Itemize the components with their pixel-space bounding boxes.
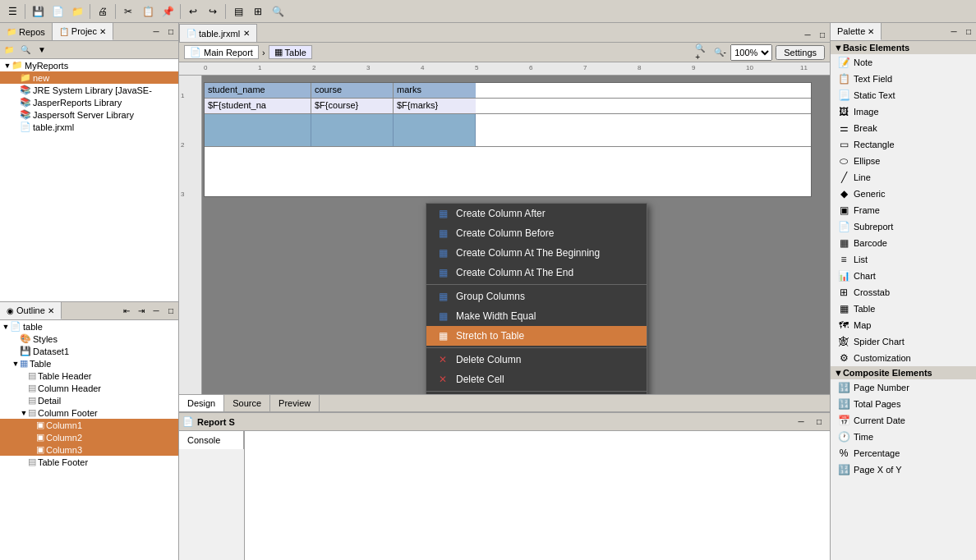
save-btn[interactable]: 💾: [29, 2, 47, 21]
myreports-item[interactable]: ▼ 📁 MyReports: [0, 59, 178, 71]
palette-composite-header[interactable]: ▼ Composite Elements: [831, 366, 976, 379]
jrxml-item[interactable]: 📄 table.jrxml: [0, 121, 178, 133]
palette-generic[interactable]: ◆ Generic: [831, 186, 976, 202]
outline-column-footer[interactable]: ▼ ▤ Column Footer: [0, 406, 178, 419]
palette-page-x-of-y[interactable]: 🔢 Page X of Y: [831, 461, 976, 478]
canvas-header-col1[interactable]: student_name: [205, 83, 311, 98]
paste-btn[interactable]: 📌: [159, 2, 177, 21]
tab-preview[interactable]: Preview: [270, 395, 320, 411]
canvas-detail-col2[interactable]: $F{course}: [311, 99, 394, 113]
palette-map[interactable]: 🗺 Map: [831, 317, 976, 333]
outline-tab[interactable]: ◉ Outline ✕: [0, 302, 62, 319]
palette-frame[interactable]: ▣ Frame: [831, 202, 976, 218]
new-folder-btn[interactable]: 📁: [2, 43, 16, 57]
palette-subreport[interactable]: 📄 Subreport: [831, 218, 976, 235]
minimize-report-btn[interactable]: ─: [794, 415, 808, 429]
maximize-editor-btn[interactable]: □: [815, 27, 830, 42]
breadcrumb-main-report[interactable]: 📄 Main Report: [184, 45, 259, 59]
redo-btn[interactable]: ↪: [204, 2, 222, 21]
outline-table-header[interactable]: ▤ Table Header: [0, 370, 178, 382]
ctx-create-before[interactable]: ▦ Create Column Before: [426, 223, 647, 243]
palette-break[interactable]: ⚌ Break: [831, 120, 976, 136]
outline-detail[interactable]: ▤ Detail: [0, 394, 178, 406]
palette-current-date[interactable]: 📅 Current Date: [831, 412, 976, 429]
canvas-detail-col1[interactable]: $F{student_na: [205, 99, 311, 113]
view-menu-btn[interactable]: ▼: [35, 43, 49, 57]
palette-total-pages[interactable]: 🔢 Total Pages: [831, 396, 976, 412]
outline-table-footer[interactable]: ▤ Table Footer: [0, 456, 178, 468]
palette-image[interactable]: 🖼 Image: [831, 103, 976, 120]
palette-list[interactable]: ≡ List: [831, 251, 976, 268]
copy-btn[interactable]: 📋: [139, 2, 157, 21]
expand-all-btn[interactable]: ⇥: [134, 304, 149, 319]
maximize-repos-btn[interactable]: □: [163, 25, 178, 39]
palette-chart[interactable]: 📊 Chart: [831, 268, 976, 284]
jre-item[interactable]: 📚 JRE System Library [JavaSE-: [0, 84, 178, 96]
ctx-group-columns[interactable]: ▦ Group Columns: [426, 287, 647, 306]
layout-btn[interactable]: ⊞: [249, 2, 267, 21]
ctx-delete-column[interactable]: ✕ Delete Column: [426, 350, 647, 370]
zoom-out-btn[interactable]: 🔍-: [712, 45, 727, 60]
new-btn[interactable]: 📄: [48, 2, 67, 21]
palette-static-text[interactable]: 📃 Static Text: [831, 87, 976, 103]
undo-btn[interactable]: ↩: [184, 2, 202, 21]
collapse-all-btn[interactable]: ⇤: [119, 304, 134, 319]
ctx-create-end[interactable]: ▦ Create Column At The End: [426, 263, 647, 282]
maximize-report-btn[interactable]: □: [812, 415, 826, 429]
repos-tree[interactable]: ▼ 📁 MyReports 📁 new 📚 JRE System Library…: [0, 59, 178, 301]
jasper-item[interactable]: 📚 JasperReports Library: [0, 96, 178, 108]
palette-ellipse[interactable]: ⬭ Ellipse: [831, 153, 976, 169]
ctx-make-width-equal[interactable]: ▦ Make Width Equal: [426, 306, 647, 326]
palette-rectangle[interactable]: ▭ Rectangle: [831, 136, 976, 153]
cut-btn[interactable]: ✂: [119, 2, 137, 21]
ctx-select-all-cells[interactable]: Select All Cells: [426, 393, 647, 394]
console-tab[interactable]: Console: [179, 431, 244, 449]
canvas-header-col3[interactable]: marks: [394, 83, 476, 98]
outline-styles[interactable]: 🎨 Styles: [0, 333, 178, 345]
outline-col2[interactable]: ▣ Column2: [0, 431, 178, 443]
outline-table-element[interactable]: ▼ ▦ Table: [0, 357, 178, 370]
zoom-select[interactable]: 100% 75% 125% 150%: [730, 44, 772, 61]
breadcrumb-table[interactable]: ▦ Table: [269, 45, 312, 59]
outline-col1[interactable]: ▣ Column1: [0, 419, 178, 431]
new-item[interactable]: 📁 new: [0, 71, 178, 84]
outline-col3[interactable]: ▣ Column3: [0, 443, 178, 456]
outline-tree[interactable]: ▼ 📄 table 🎨 Styles 💾 Dataset1: [0, 320, 178, 560]
minimize-palette-btn[interactable]: ─: [946, 25, 961, 39]
palette-crosstab[interactable]: ⊞ Crosstab: [831, 284, 976, 301]
project-tab-close[interactable]: ✕: [99, 27, 106, 36]
outline-table-root[interactable]: ▼ 📄 table: [0, 320, 178, 333]
canvas-detail-col3[interactable]: $F{marks}: [394, 99, 476, 113]
zoom-btn[interactable]: 🔍: [269, 2, 287, 21]
palette-note[interactable]: 📝 Note: [831, 54, 976, 71]
outline-column-header[interactable]: ▤ Column Header: [0, 382, 178, 394]
maximize-palette-btn[interactable]: □: [961, 25, 976, 39]
align-btn[interactable]: ▤: [229, 2, 247, 21]
minimize-editor-btn[interactable]: ─: [800, 27, 815, 42]
ctx-delete-cell[interactable]: ✕ Delete Cell: [426, 370, 647, 389]
palette-barcode[interactable]: ▦ Barcode: [831, 235, 976, 251]
ctx-stretch-to-table[interactable]: ▦ Stretch to Table: [426, 326, 647, 346]
open-btn[interactable]: 📁: [68, 2, 86, 21]
minimize-outline-btn[interactable]: ─: [149, 304, 163, 319]
repos-tab[interactable]: 📁 Repos: [0, 23, 53, 40]
palette-page-number[interactable]: 🔢 Page Number: [831, 379, 976, 396]
filter-btn[interactable]: 🔍: [18, 43, 33, 57]
ctx-create-beginning[interactable]: ▦ Create Column At The Beginning: [426, 243, 647, 263]
print-btn[interactable]: 🖨: [94, 2, 112, 21]
palette-tab[interactable]: Palette ✕: [831, 23, 882, 40]
outline-dataset1[interactable]: 💾 Dataset1: [0, 345, 178, 357]
palette-table[interactable]: ▦ Table: [831, 301, 976, 317]
palette-time[interactable]: 🕐 Time: [831, 429, 976, 445]
project-tab[interactable]: 📋 Projec ✕: [53, 23, 113, 40]
file-menu-btn[interactable]: ☰: [3, 2, 21, 21]
canvas-footer-section[interactable]: [205, 114, 811, 147]
palette-spider-chart[interactable]: 🕸 Spider Chart: [831, 333, 976, 350]
outline-tab-close[interactable]: ✕: [48, 306, 54, 315]
canvas-header-col2[interactable]: course: [311, 83, 394, 98]
console-area[interactable]: [245, 431, 830, 560]
minimize-repos-btn[interactable]: ─: [149, 25, 163, 39]
tab-design[interactable]: Design: [179, 395, 224, 411]
palette-basic-header[interactable]: ▼ Basic Elements: [831, 41, 976, 54]
jserver-item[interactable]: 📚 Jaspersoft Server Library: [0, 108, 178, 121]
